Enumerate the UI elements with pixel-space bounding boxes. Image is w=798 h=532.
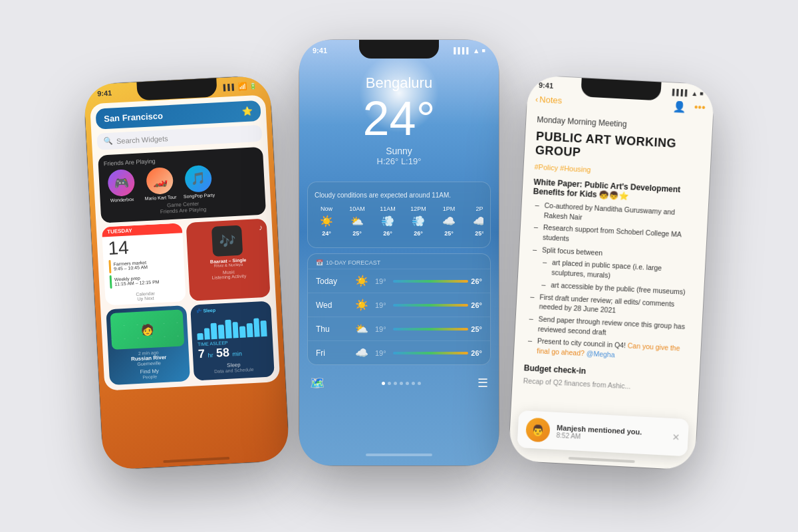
weather-battery-icon: ■	[482, 47, 485, 54]
bullet-dash-1: –	[535, 201, 541, 209]
weather-temperature: 24°	[299, 94, 499, 142]
hourly-item-now: Now ☀️ 24°	[315, 205, 338, 237]
sleep-bar-9	[253, 318, 260, 336]
forecast-row-thu: Thu ⛅ 19° 25°	[308, 317, 490, 340]
weather-time: 9:41	[313, 47, 327, 55]
weather-hi-lo: H:26° L:19°	[299, 156, 499, 166]
weather-dot-5	[406, 382, 409, 385]
music-note-icon: ♪	[259, 223, 263, 232]
notes-back-button[interactable]: ‹ Notes	[535, 94, 563, 106]
notes-back-label: Notes	[539, 94, 563, 106]
notification-close-button[interactable]: ✕	[672, 432, 680, 443]
weather-alert-card: Cloudy conditions are expected around 11…	[307, 182, 491, 248]
sleep-bar-5	[225, 320, 231, 338]
search-placeholder: Search Widgets	[116, 134, 168, 145]
mention-megha[interactable]: @Megha	[587, 349, 615, 358]
bullet-dash-3b: –	[541, 280, 547, 288]
note-section-1-title: White Paper: Public Art's Development Be…	[533, 178, 698, 205]
forecast-title: 10-DAY FORECAST	[326, 259, 380, 266]
findmy-widget[interactable]: 🧑 2 min ago Russian River Guerneville Fi…	[106, 305, 190, 385]
notes-more-button[interactable]: •••	[694, 101, 706, 114]
sf-location-header[interactable]: San Francisco ⭐	[95, 100, 261, 130]
sleep-bar-8	[247, 323, 253, 337]
game-avatar-mario: 🏎️ Mario Kart Tour	[142, 167, 177, 201]
music-footer: Music Listening Activity	[194, 268, 264, 281]
sleep-bar-10	[261, 320, 267, 336]
sf-city-name: San Francisco	[104, 111, 164, 124]
calendar-date: 14	[108, 236, 178, 258]
phone1-homescreen: 9:41 ▌▌▌ 📶 🔋 San Francisco ⭐ 🔍 Search Wi…	[84, 75, 290, 470]
phone2-frame: 9:41 ▌▌▌▌ ▲ ■ Bengaluru 24° Sunny H:26° …	[299, 40, 499, 466]
notification-avatar: 👨	[525, 418, 551, 443]
event-dot-1	[108, 260, 111, 273]
forecast-row-wed: Wed ☀️ 19° 26°	[308, 293, 490, 317]
phone1-signal: ▌▌▌	[223, 83, 237, 90]
songpop-avatar: 🎵	[184, 165, 212, 193]
sleep-duration: 7 hr 58 min	[198, 344, 268, 361]
phone1-time: 9:41	[97, 89, 112, 98]
map-pin-icon: 🧑	[140, 323, 154, 336]
phone1-screen-container: 9:41 ▌▌▌ 📶 🔋 San Francisco ⭐ 🔍 Search Wi…	[84, 75, 290, 470]
event-text-1: Farmers market9:45 – 10:45 AM	[114, 260, 148, 271]
phone1-frame: 9:41 ▌▌▌ 📶 🔋 San Francisco ⭐ 🔍 Search Wi…	[84, 75, 290, 470]
widgets-container: San Francisco ⭐ 🔍 Search Widgets Friends…	[90, 94, 280, 390]
phone2-screen-container: 9:41 ▌▌▌▌ ▲ ■ Bengaluru 24° Sunny H:26° …	[299, 40, 499, 466]
sleep-bar-1	[197, 332, 203, 340]
event-text-2: Weekly prep11:15 AM – 12:15 PM	[114, 275, 160, 287]
map-toolbar-icon[interactable]: 🗺️	[310, 376, 325, 390]
hourly-forecast-scroll[interactable]: Now ☀️ 24° 10AM ⛅ 25° 11AM 💨 26°	[315, 201, 483, 241]
home-indicator	[163, 457, 229, 463]
forecast-bar-fri	[393, 352, 469, 354]
search-widgets-bar[interactable]: 🔍 Search Widgets	[96, 125, 262, 150]
calendar-sublabel: Up Next	[137, 296, 154, 301]
weather-status-icons: ▌▌▌▌ ▲ ■	[454, 47, 485, 55]
forecast-header: 📅 10-DAY FORECAST	[308, 254, 490, 269]
calendar-forecast-icon: 📅	[316, 259, 323, 266]
wonderbox-label: Wonderbox	[106, 197, 139, 203]
game-avatar-wonderbox: 🎮 Wonderbox	[104, 169, 138, 203]
sleep-bars-chart	[196, 313, 267, 340]
weather-page-dots	[382, 382, 421, 385]
map-preview: 🧑	[110, 309, 185, 350]
mid-widgets-row: TUESDAY 14 Farmers market9:45 – 10:45 AM…	[102, 219, 271, 306]
bullet-text-3: Split focus between	[542, 245, 603, 257]
mario-label: Mario Kart Tour	[144, 195, 177, 201]
calendar-widget[interactable]: TUESDAY 14 Farmers market9:45 – 10:45 AM…	[102, 223, 186, 305]
phone3-screen-container: 9:41 ▌▌▌▌ ▲ ■ ‹ Notes 👤 •••	[508, 75, 714, 470]
sleep-bar-3	[211, 323, 217, 339]
weather-main-info: Bengaluru 24° Sunny H:26° L:19°	[299, 55, 499, 176]
songpop-label: SongPop Party	[182, 193, 215, 200]
weather-home-indicator	[366, 454, 432, 456]
note-tags: #Policy #Housing	[534, 163, 699, 180]
game-center-widget[interactable]: Friends Are Playing 🎮 Wonderbox 🏎️ Mario…	[98, 147, 266, 223]
weather-dot-1	[382, 382, 385, 385]
music-sublabel: Listening Activity	[211, 273, 246, 280]
sleep-bar-2	[204, 328, 211, 340]
music-widget[interactable]: ♪ 🎶 Baaraat – Single Ritviz & Nucleya Mu…	[186, 219, 271, 301]
music-album-art: 🎶	[211, 225, 243, 257]
back-chevron-icon: ‹	[535, 94, 539, 104]
phone2-notch	[359, 40, 439, 59]
weather-city: Bengaluru	[299, 74, 499, 92]
sleep-bar-6	[232, 322, 239, 338]
calendar-body: 14 Farmers market9:45 – 10:45 AM Weekly …	[102, 233, 186, 291]
calendar-event-1: Farmers market9:45 – 10:45 AM	[108, 257, 179, 273]
notification-content: Manjesh mentioned you. 8:52 AM	[556, 424, 666, 445]
weather-dot-4	[400, 382, 403, 385]
notes-action-buttons: 👤 •••	[672, 100, 706, 114]
forecast-row-today: Today ☀️ 19° 26°	[308, 269, 490, 293]
list-toolbar-icon[interactable]: ☰	[477, 376, 488, 390]
sleep-hours: 7	[198, 347, 205, 360]
mario-avatar: 🏎️	[146, 167, 174, 195]
phone3-frame: 9:41 ▌▌▌▌ ▲ ■ ‹ Notes 👤 •••	[508, 75, 714, 470]
notes-wifi-icon: ▲	[691, 89, 698, 97]
notes-share-button[interactable]: 👤	[672, 100, 686, 113]
bottom-widgets-row: 🧑 2 min ago Russian River Guerneville Fi…	[106, 301, 275, 385]
weather-signal-icon: ▌▌▌▌	[454, 47, 471, 54]
weather-dot-6	[412, 382, 415, 385]
sleep-widget[interactable]: 💤 Sleep TIM	[190, 301, 275, 380]
weather-wifi-icon: ▲	[473, 47, 480, 55]
weather-dot-3	[394, 382, 397, 385]
weather-condition: Sunny	[299, 146, 499, 156]
game-avatars-row: 🎮 Wonderbox 🏎️ Mario Kart Tour 🎵 SongPop…	[104, 162, 259, 203]
